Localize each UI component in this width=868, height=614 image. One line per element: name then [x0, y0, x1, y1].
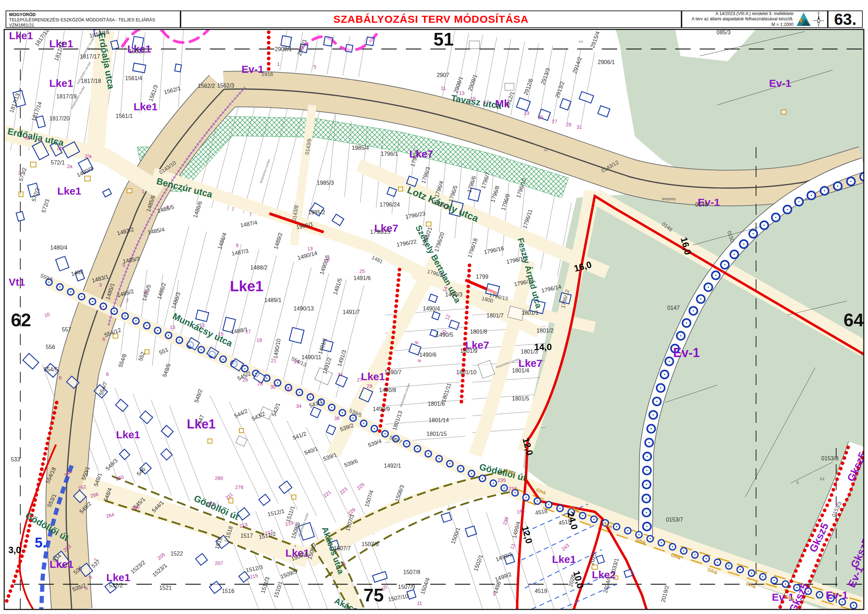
- house-number-label: 280: [215, 476, 223, 481]
- house-number-label: 9: [493, 591, 496, 597]
- red-dot-boundary: [467, 274, 471, 278]
- house-number-label: 13: [170, 325, 175, 330]
- house-number-label: 13: [459, 90, 465, 96]
- legal-info-box: A 14/2023.(VIII.4.) rendelet 3. mellékle…: [682, 11, 828, 28]
- parcel-number-label: 1490/6: [420, 352, 437, 358]
- misc-label: K4: [579, 40, 583, 44]
- house-number-label: 32: [286, 386, 292, 392]
- building-footprint: [133, 63, 146, 73]
- parcel-number-label: 1480/4: [50, 245, 68, 251]
- red-dot-boundary: [393, 320, 397, 323]
- parcel-number-label: 556: [46, 344, 55, 350]
- red-dot-boundary: [40, 467, 43, 471]
- shed-footprint: [127, 189, 132, 193]
- house-number-label: 3: [99, 282, 102, 288]
- parcel-number-label: 1817/20: [49, 115, 70, 121]
- red-dot-boundary: [810, 574, 814, 578]
- red-dot-boundary: [33, 498, 37, 502]
- parcel-number-label: 1507/7: [334, 546, 351, 551]
- shed-footprint: [781, 110, 786, 114]
- parcel-number-label: 1801/9: [460, 348, 477, 354]
- red-dot-boundary: [39, 473, 42, 476]
- house-number-label: 23: [294, 359, 299, 364]
- red-dot-boundary: [462, 363, 465, 367]
- house-number-label: 31: [338, 372, 343, 377]
- parcel-number-label: 1507/8: [403, 569, 420, 575]
- parcel-number-label: 0147: [667, 305, 680, 311]
- red-dot-boundary: [49, 426, 53, 430]
- house-number-label: 31: [577, 124, 582, 130]
- red-dot-boundary: [34, 493, 38, 496]
- red-dot-boundary: [16, 569, 19, 573]
- house-number-label: 3: [166, 204, 169, 210]
- zone-label: Ev-1: [242, 63, 264, 75]
- red-dot-boundary: [45, 447, 48, 450]
- red-dot-boundary: [394, 304, 398, 308]
- red-dot-boundary: [849, 488, 853, 491]
- red-dot-boundary: [25, 539, 28, 542]
- parcel-number-label: 2907: [437, 72, 449, 78]
- red-dot-boundary: [383, 398, 386, 401]
- red-dot-boundary: [460, 389, 463, 393]
- map-canvas[interactable]: 51626475Lke1Lke1Lke1Lke1Lke1Lke1Lke1Lke1…: [0, 0, 868, 614]
- misc-label: K4: [544, 148, 547, 152]
- sheet-ref-number: 62: [11, 310, 31, 330]
- red-dot-boundary: [866, 440, 868, 443]
- parcel-number-label: 1507/6: [362, 541, 379, 547]
- red-dot-boundary: [792, 574, 795, 578]
- red-dot-boundary: [837, 513, 841, 516]
- road-parcel-label: 2916: [261, 71, 273, 77]
- house-number-label: 3: [18, 170, 21, 176]
- shed-footprint: [426, 222, 431, 226]
- red-dot-boundary: [396, 289, 399, 292]
- parcel-number-label: 557: [62, 326, 71, 333]
- zone-label: Lke1: [552, 553, 576, 565]
- shed-footprint: [19, 192, 23, 197]
- house-number-label: 34: [296, 403, 302, 409]
- house-number-label: 2b: [57, 145, 63, 151]
- zone-label: Lke1: [361, 371, 385, 382]
- house-number-label: 27: [357, 377, 363, 382]
- parcel-number-label: 1801/8: [470, 329, 487, 335]
- red-dot-boundary: [798, 559, 802, 562]
- misc-label: E: [797, 480, 799, 485]
- red-dot-boundary: [845, 498, 848, 501]
- red-dot-boundary: [842, 456, 846, 460]
- building-footprint: [175, 64, 181, 72]
- building-footprint: [289, 327, 304, 343]
- red-dot-boundary: [468, 264, 471, 267]
- parcel-number-label: 1985/3: [317, 180, 334, 186]
- parcel-number-label: 0149: [695, 202, 708, 208]
- parcel-number-label: 1561/1: [116, 113, 133, 119]
- house-number-label: 29: [367, 383, 372, 389]
- house-number-label: 26: [242, 377, 248, 382]
- title-box: SZABÁLYOZÁSI TERV MÓDOSÍTÁSA: [181, 11, 682, 28]
- red-dot-boundary: [467, 284, 470, 288]
- house-number-label: 29: [566, 122, 571, 127]
- house-number-label: 5: [313, 64, 316, 70]
- red-dot-boundary: [818, 553, 822, 557]
- red-dot-boundary: [465, 306, 469, 309]
- red-dot-boundary: [51, 416, 55, 420]
- red-dot-boundary: [43, 452, 47, 455]
- house-number-label: 235: [498, 477, 506, 483]
- red-dot-boundary: [397, 284, 400, 287]
- red-dot-boundary: [464, 326, 467, 330]
- red-dot-boundary: [808, 579, 812, 583]
- misc-label: telephely: [662, 197, 676, 201]
- red-dot-boundary: [830, 528, 833, 532]
- red-dot-boundary: [466, 300, 469, 304]
- red-dot-boundary: [392, 330, 395, 334]
- red-dot-boundary: [393, 315, 397, 318]
- red-dot-boundary: [825, 504, 829, 507]
- parcel-number-label: 533: [11, 457, 20, 462]
- red-dot-boundary: [391, 341, 394, 345]
- red-dot-boundary: [37, 483, 40, 486]
- red-dot-boundary: [835, 477, 839, 481]
- red-dot-boundary: [388, 356, 392, 360]
- parcel-number-label: 1507/9: [398, 584, 415, 590]
- house-number-label: 30: [270, 384, 276, 390]
- red-dot-boundary: [839, 466, 842, 470]
- house-number-label: 8: [59, 375, 62, 381]
- shed-footprint: [292, 495, 296, 499]
